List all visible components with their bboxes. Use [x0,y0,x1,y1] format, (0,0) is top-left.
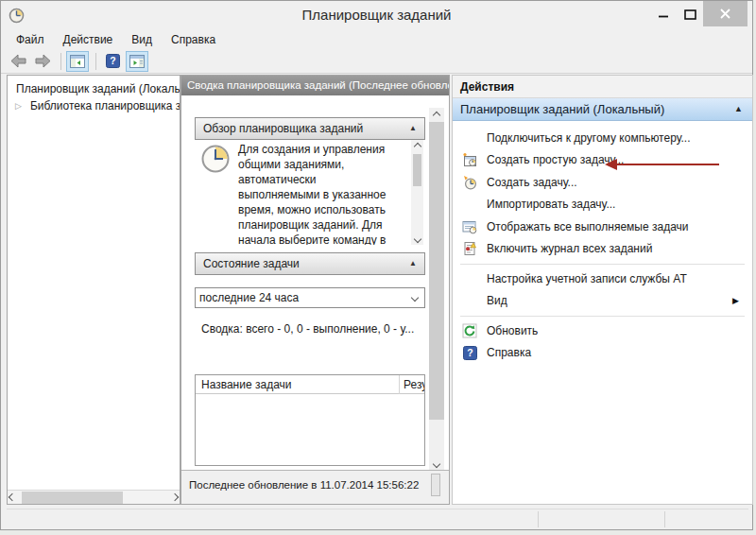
scroll-up-icon[interactable] [429,108,444,122]
actions-panel: Действия Планировщик заданий (Локальный)… [452,75,753,505]
help-toolbar-button[interactable]: ? [101,51,124,72]
action-item-help[interactable]: ? Справка [453,342,752,365]
actions-separator [460,264,745,265]
overview-scrollbar[interactable] [411,140,423,245]
collapse-icon[interactable]: ▲ [734,98,743,120]
summary-panel: Сводка планировщика заданий (Последнее о… [180,75,450,505]
help-icon: ? [462,345,477,360]
overview-text: Для создания и управления общими задания… [238,142,401,245]
action-pane-toggle-button[interactable] [126,51,148,72]
action-item-refresh[interactable]: Обновить [453,319,752,342]
minimize-button[interactable] [651,1,676,27]
toolbar-separator [95,53,96,70]
actions-section-title: Планировщик заданий (Локальный) [460,102,664,116]
scrollbar-thumb[interactable] [413,154,421,186]
scroll-up-icon[interactable] [411,140,423,152]
action-item-view[interactable]: Вид ▶ [453,290,752,313]
svg-text:?: ? [110,55,115,66]
menu-help[interactable]: Справка [162,30,225,49]
annotation-arrow-line [615,164,719,165]
console-tree-toggle-button[interactable] [66,51,89,72]
console-tree-panel: Планировщик заданий (Локальный) ▷ Библио… [7,75,180,505]
tree-horizontal-scrollbar[interactable] [8,490,180,504]
table-header-row: Название задачи Результат [196,375,424,394]
actions-section-header[interactable]: Планировщик заданий (Локальный) ▲ [453,98,752,121]
action-item-display-running-tasks[interactable]: Отображать все выполняемые задачи [453,216,752,238]
actions-header: Действия [453,76,752,98]
create-simple-task-icon [462,152,477,167]
action-item-create-basic-task[interactable]: Создать простую задачу... [453,149,752,172]
action-item-connect[interactable]: Подключиться к другому компьютеру... [453,127,752,149]
tree-item-label: Планировщик заданий (Локальный) [16,82,180,95]
action-item-at-service-account-config[interactable]: Настройка учетной записи службы AT [453,268,752,290]
forward-arrow-icon [34,54,52,68]
forward-button[interactable] [31,51,54,72]
window-title: Планировщик заданий [1,7,752,23]
statusbar-pane-divider [538,511,539,527]
tree-expander-icon[interactable]: ▷ [15,101,22,111]
collapse-icon[interactable]: ▲ [409,253,417,274]
help-icon: ? [106,54,120,68]
column-divider[interactable] [399,375,400,394]
task-status-section-header[interactable]: Состояние задачи ▲ [195,252,425,275]
refresh-icon [462,323,477,338]
task-scheduler-window: Планировщик заданий Файл Действие Вид Сп… [0,0,753,530]
scrollbar-end-cap [431,474,440,496]
running-tasks-icon [462,219,477,234]
summary-footer: Последнее обновление в 11.07.2014 15:56:… [181,470,449,504]
menubar: Файл Действие Вид Справка [1,29,752,49]
period-dropdown[interactable]: последние 24 часа [195,287,425,308]
desktop: Планировщик заданий Файл Действие Вид Сп… [0,0,756,535]
tree-item-label: Библиотека планировщика заданий [30,99,180,112]
create-task-icon [462,175,477,190]
scroll-left-icon[interactable] [9,494,15,500]
annotation-arrow-head [605,159,617,170]
column-task-name[interactable]: Название задачи [201,375,394,394]
column-result[interactable]: Результат [404,375,424,394]
menu-action[interactable]: Действие [54,30,123,49]
status-summary-text: Сводка: всего - 0, 0 - выполнение, 0 - у… [201,322,414,336]
tree-item-task-library[interactable]: ▷ Библиотека планировщика заданий [8,97,180,113]
scrollbar-thumb[interactable] [429,122,444,420]
collapse-icon[interactable]: ▲ [409,118,417,139]
console-tree-icon [70,55,85,68]
svg-text:?: ? [467,347,472,358]
back-arrow-icon [9,54,27,68]
overview-section-title: Обзор планировщика заданий [203,122,363,135]
menu-file[interactable]: Файл [7,30,54,49]
statusbar [7,509,748,528]
scroll-right-icon[interactable] [172,494,178,500]
scrollbar-thumb[interactable] [22,492,123,504]
overview-content: Для создания и управления общими задания… [195,140,425,245]
action-pane-icon [129,55,145,68]
scroll-down-icon[interactable] [429,457,444,471]
chevron-down-icon [411,294,419,302]
task-status-title: Состояние задачи [203,257,300,270]
action-item-enable-task-history[interactable]: Включить журнал всех заданий [453,238,752,261]
actions-separator [460,316,745,317]
actions-list: Подключиться к другому компьютеру... [453,121,752,364]
last-update-text: Последнее обновление в 11.07.2014 15:56:… [189,479,419,491]
toolbar-separator [60,53,61,70]
action-item-create-task[interactable]: Создать задачу... [453,171,752,194]
action-item-import-task[interactable]: Импортировать задачу... [453,194,752,216]
close-button[interactable] [703,1,747,26]
summary-panel-header: Сводка планировщика заданий (Последнее о… [181,76,449,95]
maximize-button[interactable] [678,1,702,27]
back-button[interactable] [7,51,29,72]
statusbar-pane-divider [664,511,665,527]
overview-section-header[interactable]: Обзор планировщика заданий ▲ [195,117,425,140]
submenu-arrow-icon: ▶ [732,296,739,305]
period-value: последние 24 часа [199,291,299,304]
menu-view[interactable]: Вид [122,30,162,49]
toolbar: ? [1,49,752,74]
tree-item-task-scheduler-root[interactable]: Планировщик заданий (Локальный) [8,80,180,96]
task-table: Название задачи Результат [195,374,425,466]
scroll-down-icon[interactable] [411,233,423,245]
titlebar[interactable]: Планировщик заданий [1,1,752,29]
task-history-icon [462,241,477,256]
summary-panel-body: Обзор планировщика заданий ▲ Для создани… [181,95,449,504]
summary-vertical-scrollbar[interactable] [429,108,444,471]
overview-clock-icon [200,144,231,174]
